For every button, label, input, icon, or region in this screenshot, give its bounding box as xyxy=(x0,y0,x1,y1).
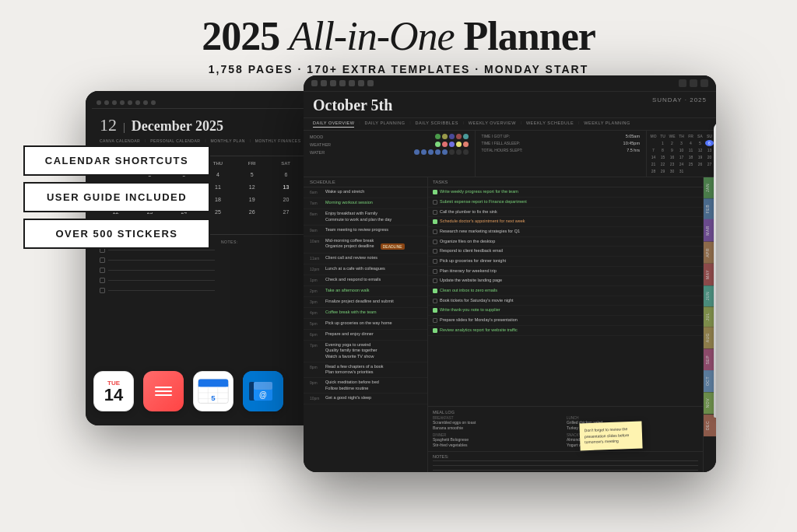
task-item: Book tickets for Saturday's movie night xyxy=(428,296,703,306)
focus-line xyxy=(100,268,215,273)
reminders-app-icon[interactable] xyxy=(143,371,184,411)
sched-item-8pm: 8pm Read a few chapters of a book Plan t… xyxy=(304,362,427,378)
cal-cell: 13 xyxy=(270,181,303,192)
nav-tab-finances[interactable]: MONTHLY FINANCES xyxy=(255,138,301,143)
mood-dot-3 xyxy=(449,134,455,139)
tb-dot-1 xyxy=(97,100,101,105)
corner-icon-2 xyxy=(690,79,697,87)
time-asleep-label: TIME I FELL ASLEEP: xyxy=(482,141,521,145)
task-text: Respond to client feedback email xyxy=(440,248,503,254)
right-tablet: October 5th SUNDAY · 2025 DAILY OVERVIEW… xyxy=(304,75,716,472)
corner-icon-3 xyxy=(700,79,708,87)
sched-item-9pm: 9pm Quick meditation before bed Follow b… xyxy=(304,378,427,394)
task-item: Organize files on the desktop xyxy=(428,237,703,247)
calendar-app-icon[interactable]: TUE 14 xyxy=(93,371,134,411)
nav-tab-canva[interactable]: CANVA CALENDAR xyxy=(100,138,140,143)
task-text: Call the plumber to fix the sink xyxy=(440,209,497,215)
sched-text: Finalize project deadline and submit xyxy=(325,299,421,305)
feature-badge-stickers: OVER 500 STICKERS xyxy=(23,219,210,249)
sched-time: 4pm xyxy=(310,310,325,315)
mc-cell: 18 xyxy=(686,154,695,160)
sched-text: Pick up groceries on the way home xyxy=(325,320,421,327)
sched-time: 12pm xyxy=(310,266,325,271)
hours-slept-label: TOTAL HOURS SLEPT: xyxy=(482,148,523,152)
mc-cell: 19 xyxy=(696,154,704,160)
weather-dot-3 xyxy=(449,142,455,147)
water-label: WATER xyxy=(310,150,341,155)
task-item: Write weekly progress report for the tea… xyxy=(428,187,703,198)
sched-item-7am: 7am Morning workout session xyxy=(304,198,427,209)
nav-tab-daily-planning[interactable]: DAILY PLANNING xyxy=(364,121,405,128)
mc-we: WE xyxy=(668,133,676,139)
cal-cell xyxy=(270,219,303,229)
water-dot-8 xyxy=(463,149,469,155)
time-got-up-val: 5:05am xyxy=(626,134,640,138)
mood-weather-water: MOOD WEATHER xyxy=(304,131,476,177)
hours-slept-val: 7.5 hrs xyxy=(627,148,640,152)
sched-text: Commute to work and plan the day xyxy=(325,217,421,223)
day-fri: FRI xyxy=(235,161,269,166)
sched-time: 8am xyxy=(310,211,325,216)
nav-tab-personal[interactable]: PERSONAL CALENDAR xyxy=(150,138,200,143)
notes-bottom: NOTES: xyxy=(428,451,703,472)
dinner-content: Spaghetti BologneseStir-fried vegetables xyxy=(433,437,564,448)
focus-line xyxy=(100,278,215,283)
gcal-app-icon[interactable]: 5 xyxy=(193,371,233,411)
nav-tab-weekly-planning[interactable]: WEEKLY PLANNING xyxy=(584,121,630,128)
sched-item-6am: 6am Wake up and stretch xyxy=(304,187,427,198)
task-checkbox xyxy=(433,200,437,205)
task-checkbox xyxy=(433,318,437,323)
mc-cell: 15 xyxy=(658,154,667,160)
sched-text: Get a good night's sleep xyxy=(325,395,421,401)
main-title: 2025 All-in-One Planner xyxy=(0,14,797,58)
mc-cell: 25 xyxy=(686,161,695,167)
weather-label: WEATHER xyxy=(310,142,341,147)
sched-time: 5pm xyxy=(310,320,325,326)
tb-dot-2 xyxy=(104,100,109,105)
mc-cell: 8 xyxy=(658,147,667,153)
sched-item-11am: 11am Client call and review notes xyxy=(304,254,427,264)
mc-cell: 7 xyxy=(649,147,658,153)
schedule-column: SCHEDULE 6am Wake up and stretch 7am xyxy=(304,177,428,472)
task-item: Pick up groceries for dinner tonight xyxy=(428,257,703,267)
dinner-cell: DINNER Spaghetti BologneseStir-fried veg… xyxy=(433,433,564,448)
meal-grid: BREAKFAST Scrambled eggs on toastBanana … xyxy=(433,416,698,448)
nav-tab-weekly-overview[interactable]: WEEKLY OVERVIEW xyxy=(469,121,516,128)
sched-content: Morning workout session xyxy=(325,200,421,206)
task-item: Prepare slides for Monday's presentation xyxy=(428,316,703,326)
mc-cell: 31 xyxy=(677,168,686,174)
cal-cell: 19 xyxy=(236,194,269,205)
mc-mo: MO xyxy=(649,133,658,139)
tb-dot-7 xyxy=(143,100,148,105)
page-header: 2025 All-in-One Planner 1,758 PAGES · 17… xyxy=(0,0,797,83)
mc-cell: 30 xyxy=(668,168,676,174)
sched-text: Plan tomorrow's priorities xyxy=(325,369,421,376)
task-item: Update the website landing page xyxy=(428,276,703,286)
nav-tab-monthly-plan[interactable]: MONTHLY PLAN xyxy=(210,138,244,143)
notes-bottom-label: NOTES: xyxy=(433,454,698,459)
cal-cell: 6 xyxy=(270,169,303,180)
breakfast-cell: BREAKFAST Scrambled eggs on toastBanana … xyxy=(433,416,564,431)
outlook-app-icon[interactable]: @ xyxy=(243,371,283,411)
task-checkbox xyxy=(433,190,437,194)
nav-tab-daily-scribbles[interactable]: DAILY SCRIBBLES xyxy=(416,121,458,128)
mc-cell: 27 xyxy=(705,161,714,167)
october-date: October 5th xyxy=(313,96,392,114)
nav-tab-weekly-schedule[interactable]: WEEKLY SCHEDULE xyxy=(526,121,574,128)
sched-time: 9am xyxy=(310,227,325,233)
mood-dot-2 xyxy=(442,134,448,139)
task-text: Write weekly progress report for the tea… xyxy=(440,189,518,195)
sched-item-10am: 10am Mid-morning coffee break Organize p… xyxy=(304,236,427,254)
tasks-section: TASKS Write weekly progress report for t… xyxy=(428,177,703,406)
sched-content: Team meeting to review progress xyxy=(325,227,421,233)
task-checkbox xyxy=(433,229,437,234)
mc-cell: 5 xyxy=(696,140,704,146)
mini-cal-grid: MO TU WE TH FR SA SU 1 2 3 4 5 xyxy=(649,133,714,174)
sched-content: Get a good night's sleep xyxy=(325,395,421,401)
nav-tab-daily-overview[interactable]: DAILY OVERVIEW xyxy=(313,121,354,128)
sched-time: 8pm xyxy=(310,364,325,369)
sched-text: Read a few chapters of a book xyxy=(325,364,421,370)
focus-checkbox xyxy=(100,288,105,293)
task-checkbox xyxy=(433,219,437,224)
corner-icon-1 xyxy=(679,79,686,87)
